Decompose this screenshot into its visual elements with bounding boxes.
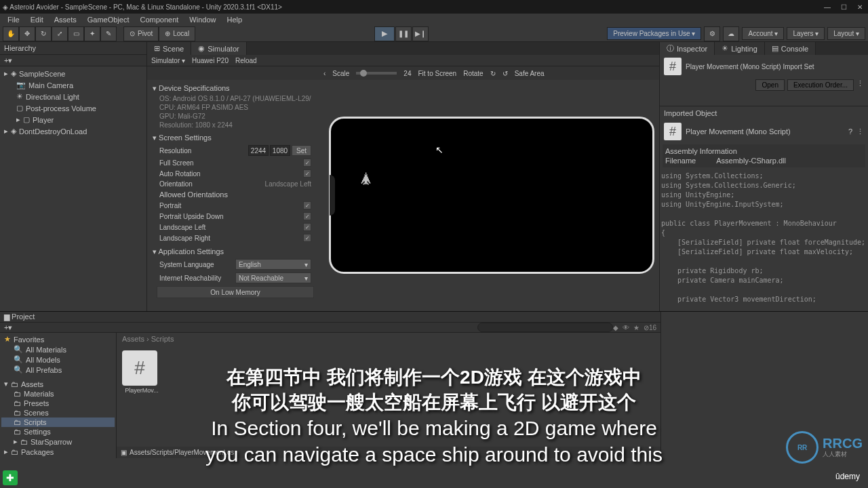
local-toggle[interactable]: ⊕Local [159, 26, 195, 41]
close-button[interactable]: ✕ [854, 1, 865, 12]
fav-all-models[interactable]: 🔍All Models [1, 354, 115, 365]
account-dropdown[interactable]: Account ▾ [742, 27, 784, 40]
project-search-input[interactable] [477, 323, 613, 332]
hierarchy-item-main-camera[interactable]: 📷Main Camera [1, 79, 145, 91]
execution-order-button[interactable]: Execution Order... [787, 79, 854, 91]
folder-starsparrow[interactable]: ▸🗀StarSparrow [1, 436, 115, 447]
low-memory-button[interactable]: On Low Memory [157, 286, 314, 298]
mouse-cursor: ↖ [435, 144, 443, 155]
reachability-dropdown[interactable]: Not Reachable▾ [235, 272, 311, 283]
pause-button[interactable]: ❚❚ [395, 26, 412, 41]
menu-icon[interactable]: ⋮ [856, 127, 864, 136]
folder-scripts[interactable]: 🗀Scripts [1, 418, 115, 427]
help-icon[interactable]: ? [848, 127, 852, 136]
star-icon[interactable]: ★ [633, 324, 639, 331]
simulator-reload[interactable]: Reload [235, 57, 257, 64]
autorot-checkbox[interactable]: ✓ [303, 169, 311, 178]
eye-icon[interactable]: 👁 [623, 324, 629, 331]
res-set-button[interactable]: Set [292, 145, 311, 156]
rotate-button[interactable]: Rotate [463, 70, 483, 77]
project-add-button[interactable]: +▾ [4, 323, 12, 332]
portrait-checkbox[interactable]: ✓ [303, 201, 311, 209]
res-height-input[interactable] [270, 145, 290, 156]
language-dropdown[interactable]: English▾ [235, 259, 311, 270]
device-specs-header[interactable]: ▾ Device Specifications [153, 83, 318, 94]
simulator-tab[interactable]: ◉Simulator [191, 42, 246, 55]
hierarchy-tab[interactable]: Hierarchy [4, 44, 36, 52]
hierarchy-item-player[interactable]: ▸▢Player [1, 114, 145, 125]
portrait-ud-checkbox[interactable]: ✓ [303, 212, 311, 220]
fit-to-screen-button[interactable]: Fit to Screen [418, 70, 456, 77]
back-icon[interactable]: ‹ [323, 70, 326, 77]
transform-tool[interactable]: ✦ [84, 26, 100, 41]
menu-edit[interactable]: Edit [26, 15, 48, 24]
menu-window[interactable]: Window [184, 15, 220, 24]
menu-assets[interactable]: Assets [50, 15, 81, 24]
hierarchy-scene[interactable]: ▸◈SampleScene [1, 68, 145, 79]
landscape-r-checkbox[interactable]: ✓ [303, 234, 311, 242]
unity-icon: ◈ Asteroid Avoider - SampleScene - PC, M… [3, 3, 282, 11]
project-breadcrumb[interactable]: Assets › Scripts [117, 333, 660, 345]
asset-playermovement[interactable]: # PlayerMov... [122, 350, 161, 394]
folder-scenes[interactable]: 🗀Scenes [1, 408, 115, 418]
fullscreen-label: Full Screen [159, 159, 194, 167]
filter-icon[interactable]: ◆ [613, 324, 618, 331]
inspector-tab[interactable]: ⓘ Inspector [660, 42, 715, 55]
landscape-l-checkbox[interactable]: ✓ [303, 223, 311, 231]
rotate-tool[interactable]: ↻ [35, 26, 52, 41]
inspector-menu-icon[interactable]: ⋮ [856, 79, 864, 91]
rotate-ccw-icon[interactable]: ↺ [502, 70, 508, 77]
hierarchy-item-directional-light[interactable]: ☀Directional Light [1, 91, 145, 102]
menu-gameobject[interactable]: GameObject [83, 15, 134, 24]
fav-all-prefabs[interactable]: 🔍All Prefabs [1, 365, 115, 375]
app-settings-header[interactable]: ▾ Application Settings [153, 246, 318, 258]
simulator-device-name[interactable]: Huawei P20 [192, 57, 229, 64]
play-button[interactable]: ▶ [374, 26, 395, 41]
packages-folder[interactable]: ▸ 🗀Packages [1, 447, 115, 457]
hand-tool[interactable]: ✋ [3, 26, 19, 41]
scene-tab[interactable]: ⊞Scene [147, 42, 191, 55]
scale-tool[interactable]: ⤢ [52, 26, 68, 41]
fav-all-materials[interactable]: 🔍All Materials [1, 344, 115, 354]
open-button[interactable]: Open [755, 79, 784, 91]
collab-icon[interactable]: ⚙ [704, 26, 720, 41]
safe-area-button[interactable]: Safe Area [515, 70, 545, 77]
bottom-left-button[interactable]: ✚ [3, 470, 18, 485]
assets-folder[interactable]: ▾ 🗀Assets [1, 379, 115, 389]
res-width-input[interactable] [248, 145, 269, 156]
simulator-device-dropdown[interactable]: Simulator ▾ [151, 57, 185, 64]
rotate-cw-icon[interactable]: ↻ [490, 70, 496, 77]
layers-dropdown[interactable]: Layers ▾ [787, 27, 825, 40]
menu-file[interactable]: File [3, 15, 24, 24]
preview-packages-button[interactable]: Preview Packages in Use ▾ [607, 27, 701, 40]
fullscreen-checkbox[interactable]: ✓ [303, 159, 311, 167]
menu-help[interactable]: Help [222, 15, 247, 24]
hidden-count: ⊘16 [644, 324, 656, 331]
move-tool[interactable]: ✥ [19, 26, 35, 41]
hierarchy-item-dontdestroy[interactable]: ▸◈DontDestroyOnLoad [1, 125, 145, 137]
folder-settings[interactable]: 🗀Settings [1, 427, 115, 436]
favorites-folder[interactable]: ★Favorites [1, 334, 115, 344]
hierarchy-add-button[interactable]: +▾ [4, 56, 12, 65]
layout-dropdown[interactable]: Layout ▾ [827, 27, 865, 40]
menu-component[interactable]: Component [135, 15, 183, 24]
screen-settings-header[interactable]: ▾ Screen Settings [153, 132, 318, 144]
scale-slider[interactable] [356, 72, 397, 75]
hierarchy-item-postprocess[interactable]: ▢Post-process Volume [1, 102, 145, 114]
minimize-button[interactable]: — [822, 1, 833, 12]
scale-value: 24 [403, 70, 411, 77]
step-button[interactable]: ▶❙ [412, 26, 429, 41]
device-preview[interactable]: 🛦 ↖ [329, 117, 654, 274]
custom-tool[interactable]: ✎ [100, 26, 117, 41]
folder-presets[interactable]: 🗀Presets [1, 399, 115, 408]
maximize-button[interactable]: ☐ [838, 1, 849, 12]
rect-tool[interactable]: ▭ [68, 26, 84, 41]
folder-icon: 🗀 [14, 399, 21, 407]
lighting-tab[interactable]: ☀ Lighting [715, 42, 765, 55]
project-tab[interactable]: ▆ Project [4, 312, 35, 321]
pivot-toggle[interactable]: ⊙Pivot [123, 26, 159, 41]
cloud-icon[interactable]: ☁ [723, 26, 739, 41]
watermark-brand: RRCG [823, 436, 863, 450]
console-tab[interactable]: ▤ Console [765, 42, 816, 55]
folder-materials[interactable]: 🗀Materials [1, 389, 115, 399]
